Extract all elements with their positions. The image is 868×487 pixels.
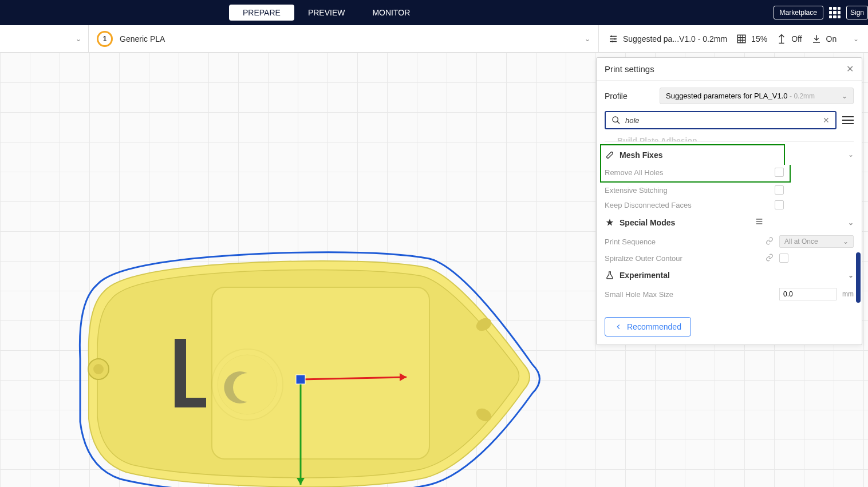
category-mesh-fixes[interactable]: Mesh Fixes xyxy=(600,144,785,165)
nav-right: Marketplace Sign xyxy=(774,0,868,25)
extensive-stitching-checkbox[interactable] xyxy=(775,185,784,195)
extruder-badge: 1 xyxy=(97,31,113,47)
flask-icon xyxy=(605,270,615,280)
adhesion-icon xyxy=(811,34,822,44)
svg-rect-0 xyxy=(737,35,745,43)
keep-disconnected-checkbox[interactable] xyxy=(775,200,784,209)
setting-small-hole-max: Small Hole Max Size mm xyxy=(605,285,854,303)
material-name: Generic PLA xyxy=(120,34,165,43)
chevron-down-icon: ⌄ xyxy=(853,35,859,43)
panel-title: Print settings xyxy=(605,64,654,74)
settings-body: Build Plate Adhesion Mesh Fixes ⌄ Remove… xyxy=(597,135,862,311)
tab-monitor[interactable]: MONITOR xyxy=(358,5,424,21)
tab-preview[interactable]: PREVIEW xyxy=(294,5,359,21)
small-hole-input[interactable] xyxy=(779,288,837,300)
secondary-bar: ⌄ 1 Generic PLA ⌄ Suggested pa...V1.0 - … xyxy=(0,25,868,53)
summary-support: Off xyxy=(776,34,802,44)
chevron-down-icon[interactable]: ⌄ xyxy=(848,151,854,159)
setting-keep-disconnected: Keep Disconnected Faces xyxy=(605,197,854,212)
svg-point-1 xyxy=(93,364,104,374)
recommended-button[interactable]: Recommended xyxy=(605,317,691,336)
menu-icon[interactable] xyxy=(842,116,854,124)
search-box[interactable]: ✕ xyxy=(605,111,837,129)
link-icon[interactable] xyxy=(766,237,775,246)
raised-rect xyxy=(212,287,429,459)
gizmo-center[interactable] xyxy=(296,375,305,384)
printer-selector[interactable]: ⌄ xyxy=(0,25,89,52)
infill-icon xyxy=(736,34,747,44)
summary-adhesion: On xyxy=(811,34,837,44)
nav-tabs: PREPARE PREVIEW MONITOR xyxy=(229,0,424,25)
summary-infill: 15% xyxy=(736,34,767,44)
chevron-down-icon: ⌄ xyxy=(585,35,590,43)
sliders-icon[interactable] xyxy=(755,217,764,228)
chevron-down-icon[interactable]: ⌄ xyxy=(848,271,854,279)
category-special-modes[interactable]: Special Modes ⌄ xyxy=(605,212,854,232)
material-selector[interactable]: 1 Generic PLA ⌄ xyxy=(89,25,599,52)
model-view[interactable] xyxy=(63,250,550,487)
link-icon[interactable] xyxy=(766,254,775,263)
scrollbar-thumb[interactable] xyxy=(856,252,861,303)
settings-summary[interactable]: Suggested pa...V1.0 - 0.2mm 15% Off On ⌄ xyxy=(599,25,868,52)
chevron-down-icon: ⌄ xyxy=(76,35,81,43)
main-area: Print settings ✕ Profile Suggested param… xyxy=(0,53,868,487)
profile-row: Profile Suggested parameters for PLA_V1.… xyxy=(597,81,862,111)
support-icon xyxy=(776,34,787,44)
svg-point-5 xyxy=(613,117,618,122)
signin-button[interactable]: Sign xyxy=(846,6,868,19)
search-icon xyxy=(611,116,621,125)
sliders-icon xyxy=(608,34,618,44)
category-adhesion[interactable]: Build Plate Adhesion xyxy=(605,135,854,142)
setting-extensive-stitching: Extensive Stitching xyxy=(605,183,854,197)
top-nav: PREPARE PREVIEW MONITOR Marketplace Sign xyxy=(0,0,868,25)
search-input[interactable] xyxy=(625,116,818,125)
setting-remove-all-holes: Remove All Holes xyxy=(600,165,791,183)
panel-header: Print settings ✕ xyxy=(597,58,862,81)
summary-profile: Suggested pa...V1.0 - 0.2mm xyxy=(608,34,727,44)
profile-label: Profile xyxy=(605,92,652,101)
print-settings-panel: Print settings ✕ Profile Suggested param… xyxy=(596,57,862,345)
profile-dropdown[interactable]: Suggested parameters for PLA_V1.0 - 0.2m… xyxy=(660,88,854,104)
apps-icon[interactable] xyxy=(829,7,841,18)
clear-search-icon[interactable]: ✕ xyxy=(823,116,830,125)
close-icon[interactable]: ✕ xyxy=(846,64,854,74)
search-row: ✕ xyxy=(597,111,862,135)
chevron-left-icon xyxy=(614,323,622,331)
setting-print-sequence: Print Sequence All at Once ⌄ xyxy=(605,232,854,251)
category-experimental[interactable]: Experimental ⌄ xyxy=(605,266,854,285)
remove-holes-checkbox[interactable] xyxy=(775,168,784,177)
svg-rect-6 xyxy=(606,152,613,159)
setting-spiralize: Spiralize Outer Contour xyxy=(605,251,854,266)
bandage-icon xyxy=(605,150,615,160)
print-sequence-dropdown[interactable]: All at Once ⌄ xyxy=(779,235,854,248)
chevron-down-icon: ⌄ xyxy=(842,92,847,100)
marketplace-button[interactable]: Marketplace xyxy=(774,6,823,19)
tab-prepare[interactable]: PREPARE xyxy=(229,5,294,21)
star-icon xyxy=(605,217,615,228)
chevron-down-icon[interactable]: ⌄ xyxy=(848,219,854,227)
spiralize-checkbox[interactable] xyxy=(779,254,788,263)
